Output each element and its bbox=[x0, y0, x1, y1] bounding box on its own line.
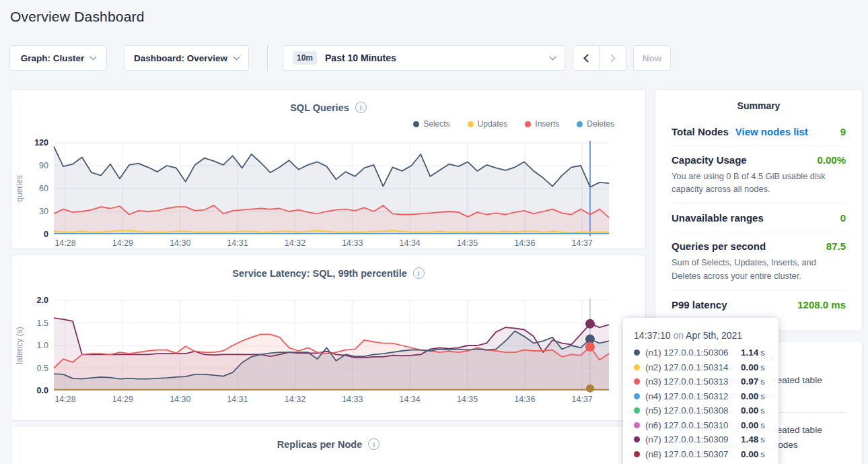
legend-item-updates[interactable]: Updates bbox=[468, 119, 508, 129]
next-range-button[interactable] bbox=[600, 45, 626, 71]
svg-text:14:35: 14:35 bbox=[457, 238, 478, 248]
svg-text:14:30: 14:30 bbox=[170, 395, 190, 404]
legend-label: Inserts bbox=[535, 119, 559, 129]
svg-text:14:30: 14:30 bbox=[170, 238, 190, 248]
tooltip-latency-unit: s bbox=[760, 347, 765, 358]
summary-metric-label: Total Nodes bbox=[672, 126, 729, 137]
tooltip-node-address: (n5) 127.0.0.1:50308 bbox=[645, 405, 741, 416]
sql-queries-panel: SQL Queries i SelectsUpdatesInsertsDelet… bbox=[11, 89, 646, 249]
tooltip-node-address: (n8) 127.0.0.1:50307 bbox=[645, 449, 741, 459]
summary-row: Unavailable ranges0 bbox=[672, 204, 846, 232]
tooltip-node-latency: 1.14 bbox=[741, 347, 758, 358]
tooltip-node-latency: 0.00 bbox=[741, 420, 758, 430]
dashboard-selector-label: Dashboard: Overview bbox=[134, 53, 227, 63]
info-icon[interactable]: i bbox=[355, 102, 367, 113]
svg-text:14:37: 14:37 bbox=[572, 238, 593, 248]
tooltip-node-latency: 0.00 bbox=[741, 449, 758, 459]
svg-text:1.0: 1.0 bbox=[37, 341, 48, 350]
series-color-dot-icon bbox=[634, 422, 640, 428]
tooltip-node-address: (n6) 127.0.0.1:50310 bbox=[645, 420, 741, 430]
tooltip-node-address: (n3) 127.0.0.1:50313 bbox=[645, 376, 741, 387]
svg-text:14:32: 14:32 bbox=[285, 238, 305, 248]
tooltip-node-address: (n4) 127.0.0.1:50312 bbox=[645, 391, 741, 401]
legend-item-inserts[interactable]: Inserts bbox=[525, 119, 559, 129]
info-icon[interactable]: i bbox=[368, 438, 379, 450]
chevron-down-icon bbox=[90, 54, 97, 61]
tooltip-node-row: (n6) 127.0.0.1:503100.00s bbox=[634, 418, 768, 433]
summary-metric-description: You are using 0 B of 4.5 GiB usable disk… bbox=[672, 170, 846, 195]
svg-text:0: 0 bbox=[44, 230, 48, 239]
legend-dot-icon bbox=[577, 121, 583, 127]
chevron-down-icon bbox=[233, 54, 240, 61]
time-range-dropdown[interactable]: 10m Past 10 Minutes bbox=[283, 45, 565, 71]
tooltip-node-latency: 1.48 bbox=[741, 434, 758, 444]
time-nav-buttons bbox=[573, 45, 626, 71]
now-button[interactable]: Now bbox=[633, 45, 671, 71]
legend-label: Updates bbox=[478, 119, 508, 129]
summary-row: Total NodesView nodes list9 bbox=[672, 118, 846, 146]
tooltip-node-address: (n1) 127.0.0.1:50306 bbox=[645, 347, 741, 358]
legend-dot-icon bbox=[413, 121, 419, 127]
chart-title: Service Latency: SQL, 99th percentile bbox=[232, 268, 407, 279]
tooltip-latency-unit: s bbox=[760, 391, 765, 401]
svg-text:14:28: 14:28 bbox=[55, 395, 75, 404]
toolbar-divider bbox=[267, 45, 268, 71]
summary-metric-label: Unavailable ranges bbox=[672, 212, 764, 224]
svg-text:120: 120 bbox=[34, 139, 48, 147]
summary-metric-value: 9 bbox=[840, 126, 846, 137]
summary-metric-description: Sum of Selects, Updates, Inserts, and De… bbox=[672, 256, 846, 281]
summary-metric-label: Capacity Usage bbox=[672, 154, 747, 166]
summary-row: P99 latency1208.0 ms bbox=[672, 291, 846, 319]
tooltip-node-row: (n9) 127.0.0.1:503110.00s bbox=[634, 461, 768, 464]
tooltip-node-row: (n1) 127.0.0.1:503061.14s bbox=[634, 345, 768, 360]
legend-item-deletes[interactable]: Deletes bbox=[577, 119, 614, 129]
svg-text:0.0: 0.0 bbox=[37, 386, 48, 395]
summary-metric-value: 0 bbox=[840, 212, 846, 224]
sql-queries-chart[interactable]: 14:2814:2914:3014:3114:3214:3314:3414:35… bbox=[11, 139, 645, 250]
svg-text:14:34: 14:34 bbox=[400, 238, 421, 248]
series-color-dot-icon bbox=[634, 393, 640, 399]
summary-metric-label: Queries per second bbox=[672, 240, 766, 252]
svg-text:14:32: 14:32 bbox=[285, 395, 305, 404]
replicas-per-node-panel: Replicas per Node i bbox=[11, 426, 646, 464]
legend-dot-icon bbox=[468, 121, 474, 127]
info-icon[interactable]: i bbox=[413, 267, 425, 279]
service-latency-panel: Service Latency: SQL, 99th percentile i … bbox=[11, 255, 646, 421]
series-color-dot-icon bbox=[634, 451, 640, 457]
chart-title: SQL Queries bbox=[290, 102, 349, 113]
svg-text:14:29: 14:29 bbox=[112, 395, 133, 404]
series-color-dot-icon bbox=[634, 436, 640, 442]
svg-text:queries: queries bbox=[15, 175, 24, 201]
legend-dot-icon bbox=[525, 121, 531, 127]
summary-row: Queries per second87.5Sum of Selects, Up… bbox=[672, 232, 846, 290]
tooltip-node-row: (n8) 127.0.0.1:503070.00s bbox=[634, 447, 768, 462]
tooltip-node-row: (n3) 127.0.0.1:503130.97s bbox=[634, 374, 768, 389]
svg-text:30: 30 bbox=[39, 207, 48, 216]
graph-selector-dropdown[interactable]: Graph: Cluster bbox=[9, 45, 107, 71]
tooltip-node-address: (n2) 127.0.0.1:50314 bbox=[645, 362, 741, 372]
view-nodes-list-link[interactable]: View nodes list bbox=[735, 126, 808, 137]
svg-text:1.5: 1.5 bbox=[37, 319, 48, 328]
series-color-dot-icon bbox=[634, 350, 640, 356]
graph-selector-label: Graph: Cluster bbox=[21, 53, 85, 63]
summary-metric-value: 1208.0 ms bbox=[797, 299, 846, 310]
series-color-dot-icon bbox=[634, 407, 640, 413]
svg-text:14:31: 14:31 bbox=[227, 238, 248, 248]
tooltip-node-latency: 0.00 bbox=[741, 362, 758, 372]
dashboard-selector-dropdown[interactable]: Dashboard: Overview bbox=[124, 45, 249, 71]
summary-metric-label: P99 latency bbox=[672, 299, 727, 310]
chart-title: Replicas per Node bbox=[277, 439, 363, 450]
legend-label: Deletes bbox=[587, 119, 614, 129]
series-color-dot-icon bbox=[634, 378, 640, 385]
tooltip-latency-unit: s bbox=[760, 449, 765, 459]
legend-item-selects[interactable]: Selects bbox=[413, 119, 449, 129]
chart-hover-tooltip: 14:37:10 on Apr 5th, 2021 (n1) 127.0.0.1… bbox=[623, 318, 779, 464]
chevron-left-icon bbox=[583, 54, 592, 63]
tooltip-node-latency: 0.00 bbox=[741, 391, 758, 401]
prev-range-button[interactable] bbox=[573, 45, 600, 71]
service-latency-chart[interactable]: 14:2814:2914:3014:3114:3214:3314:3414:35… bbox=[11, 297, 645, 407]
tooltip-latency-unit: s bbox=[760, 376, 765, 387]
svg-text:0.5: 0.5 bbox=[37, 364, 48, 373]
svg-text:14:28: 14:28 bbox=[55, 238, 75, 248]
tooltip-timestamp: 14:37:10 on Apr 5th, 2021 bbox=[634, 330, 768, 341]
